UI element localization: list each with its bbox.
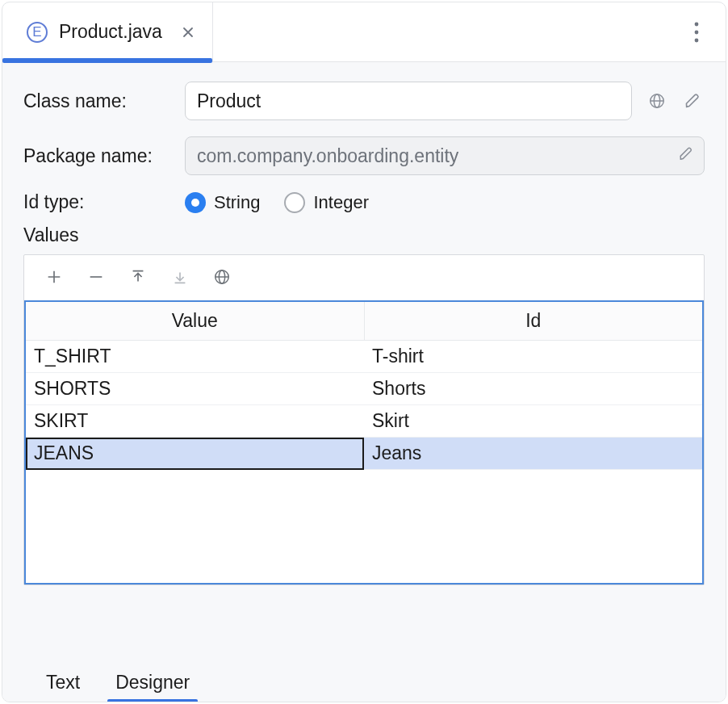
tab-designer[interactable]: Designer [111, 667, 195, 702]
close-tab-button[interactable] [178, 23, 198, 42]
row-package-name: Package name: com.company.onboarding.ent… [23, 136, 705, 175]
class-name-value: Product [197, 90, 261, 112]
cell-value[interactable]: T_SHIRT [26, 341, 364, 373]
add-value-button[interactable] [44, 266, 65, 287]
table-row[interactable]: SHORTSShorts [26, 373, 702, 405]
package-name-value: com.company.onboarding.entity [197, 145, 458, 167]
cell-value[interactable]: JEANS [26, 438, 364, 470]
svg-point-1 [695, 30, 699, 34]
column-header-value[interactable]: Value [26, 302, 364, 341]
editor-frame: E Product.java Class name: Product [2, 2, 726, 702]
bottom-tab-bar: Text Designer [23, 651, 705, 702]
cell-id[interactable]: T-shirt [364, 341, 702, 373]
svg-point-2 [695, 38, 699, 42]
table-row[interactable]: T_SHIRTT-shirt [26, 341, 702, 373]
table-row[interactable]: SKIRTSkirt [26, 405, 702, 438]
file-tab-product-java[interactable]: E Product.java [2, 2, 213, 61]
cell-id[interactable]: Skirt [364, 405, 702, 438]
file-tab-title: Product.java [59, 21, 162, 43]
radio-string-label: String [214, 192, 260, 213]
column-header-id[interactable]: Id [364, 302, 702, 341]
edit-package-name-button[interactable] [678, 145, 694, 167]
id-type-radio-group: String Integer [185, 192, 369, 213]
tab-text[interactable]: Text [41, 667, 85, 702]
values-localization-button[interactable] [211, 266, 232, 287]
edit-class-name-button[interactable] [680, 89, 705, 113]
remove-value-button[interactable] [86, 266, 107, 287]
label-package-name: Package name: [23, 145, 185, 167]
label-class-name: Class name: [23, 90, 185, 112]
package-name-input[interactable]: com.company.onboarding.entity [185, 136, 705, 175]
active-tab-indicator [2, 58, 212, 63]
values-toolbar [24, 255, 704, 300]
radio-integer-dot [284, 192, 305, 213]
localization-icon[interactable] [645, 89, 669, 113]
more-options-button[interactable] [687, 16, 706, 48]
svg-point-0 [695, 22, 699, 26]
grid-empty-area[interactable] [26, 470, 702, 583]
table-row[interactable]: JEANSJeans [26, 438, 702, 470]
cell-id[interactable]: Shorts [364, 373, 702, 405]
radio-string-dot [185, 192, 206, 213]
label-id-type: Id type: [23, 191, 185, 213]
values-table[interactable]: Value Id T_SHIRTT-shirtSHORTSShortsSKIRT… [26, 302, 702, 470]
cell-value[interactable]: SKIRT [26, 405, 364, 438]
designer-body: Class name: Product Package name: [2, 62, 726, 702]
entity-icon: E [27, 22, 48, 43]
label-values: Values [23, 224, 705, 246]
radio-string[interactable]: String [185, 192, 260, 213]
row-class-name: Class name: Product [23, 82, 705, 120]
file-tab-bar: E Product.java [2, 2, 726, 62]
cell-id[interactable]: Jeans [364, 438, 702, 470]
radio-integer[interactable]: Integer [284, 192, 369, 213]
move-down-button[interactable] [169, 266, 190, 287]
radio-integer-label: Integer [313, 192, 369, 213]
values-panel: Value Id T_SHIRTT-shirtSHORTSShortsSKIRT… [23, 254, 705, 585]
move-up-button[interactable] [128, 266, 149, 287]
class-name-input[interactable]: Product [185, 82, 632, 120]
row-id-type: Id type: String Integer [23, 191, 705, 213]
values-grid: Value Id T_SHIRTT-shirtSHORTSShortsSKIRT… [24, 300, 704, 585]
cell-value[interactable]: SHORTS [26, 373, 364, 405]
